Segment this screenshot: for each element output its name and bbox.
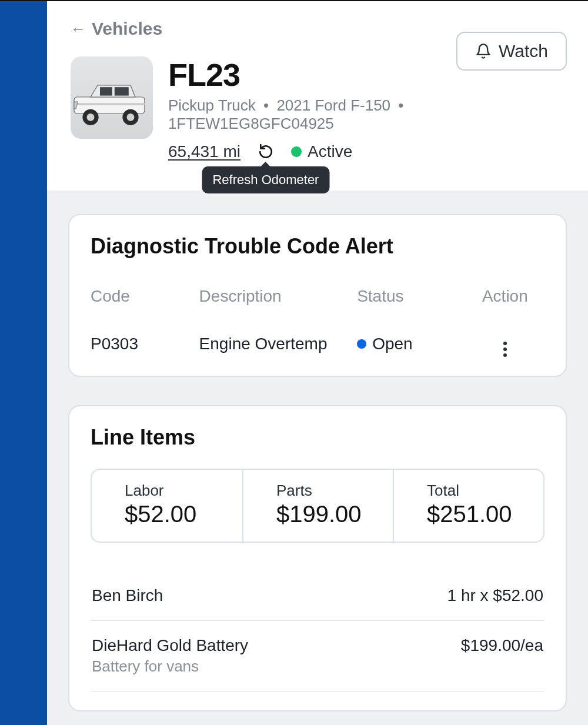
breadcrumb-vehicles[interactable]: ← Vehicles [71,19,162,39]
totals-total-label: Total [427,482,543,500]
refresh-icon [258,144,273,159]
dtc-table-header: Code Description Status Action [91,287,544,306]
totals-parts: Parts $199.00 [242,470,393,542]
dtc-row: P0303 Engine Overtemp Open [91,330,544,357]
odometer-value[interactable]: 65,431 mi [168,142,240,161]
dtc-header-code: Code [91,287,199,306]
totals-labor: Labor $52.00 [92,470,242,542]
vehicle-model: 2021 Ford F-150 [276,96,390,114]
vehicle-vin: 1FTEW1EG8GFC04925 [168,115,334,132]
truck-icon [71,72,153,136]
separator-dot: • [398,96,403,114]
kebab-icon [503,342,507,357]
totals-labor-label: Labor [125,482,242,500]
line-items-title: Line Items [91,425,544,450]
line-items-totals: Labor $52.00 Parts $199.00 Total $251.00 [91,469,544,543]
line-item-row: Ben Birch 1 hr x $52.00 [91,571,544,621]
breadcrumb-label: Vehicles [92,19,162,39]
status-dot-icon [291,146,302,157]
line-item-name: DieHard Gold Battery [92,636,248,655]
line-item-amount: $199.00/ea [461,636,543,655]
line-item-description: Battery for vans [92,657,248,676]
refresh-tooltip: Refresh Odometer [202,166,329,193]
svg-rect-2 [115,87,129,95]
dtc-alert-card: Diagnostic Trouble Code Alert Code Descr… [68,214,567,377]
line-item-name: Ben Birch [92,586,163,605]
dtc-card-title: Diagnostic Trouble Code Alert [91,234,544,259]
status-open-dot-icon [357,339,366,349]
dtc-status: Open [357,335,466,353]
dtc-description: Engine Overtemp [199,335,358,353]
totals-labor-value: $52.00 [125,501,242,527]
main-content: ← Vehicles Watch [47,1,588,725]
vehicle-subtitle: Pickup Truck • 2021 Ford F-150 • 1FTEW1E… [168,96,567,133]
dtc-header-action: Action [466,287,544,306]
totals-parts-value: $199.00 [276,501,393,527]
body-scroll: Diagnostic Trouble Code Alert Code Descr… [47,191,588,725]
separator-dot: • [263,96,269,114]
totals-total: Total $251.00 [393,470,543,542]
line-items-card: Line Items Labor $52.00 Parts $199.00 To… [68,405,567,711]
vehicle-header: ← Vehicles Watch [47,1,588,191]
dtc-code: P0303 [91,335,199,353]
svg-rect-1 [100,87,112,95]
watch-button-label: Watch [499,41,548,61]
dtc-header-description: Description [199,287,358,306]
svg-rect-3 [74,103,145,105]
svg-point-7 [127,113,135,121]
dtc-header-status: Status [357,287,466,306]
app-sidebar [0,1,47,725]
refresh-odometer-button[interactable]: Refresh Odometer [258,144,273,159]
back-arrow-icon: ← [71,21,86,36]
totals-total-value: $251.00 [427,501,543,527]
watch-button[interactable]: Watch [456,32,567,71]
bell-icon [475,43,492,59]
svg-point-5 [87,113,95,121]
vehicle-status-label: Active [308,142,352,161]
vehicle-type: Pickup Truck [168,96,256,114]
totals-parts-label: Parts [276,482,393,500]
line-item-row: DieHard Gold Battery Battery for vans $1… [91,621,544,691]
vehicle-thumbnail [71,56,153,139]
vehicle-status: Active [291,142,352,161]
dtc-table: Code Description Status Action P0303 Eng… [91,287,544,357]
line-item-amount: 1 hr x $52.00 [447,586,543,605]
dtc-status-label: Open [372,335,413,353]
dtc-action-menu[interactable] [466,330,544,357]
